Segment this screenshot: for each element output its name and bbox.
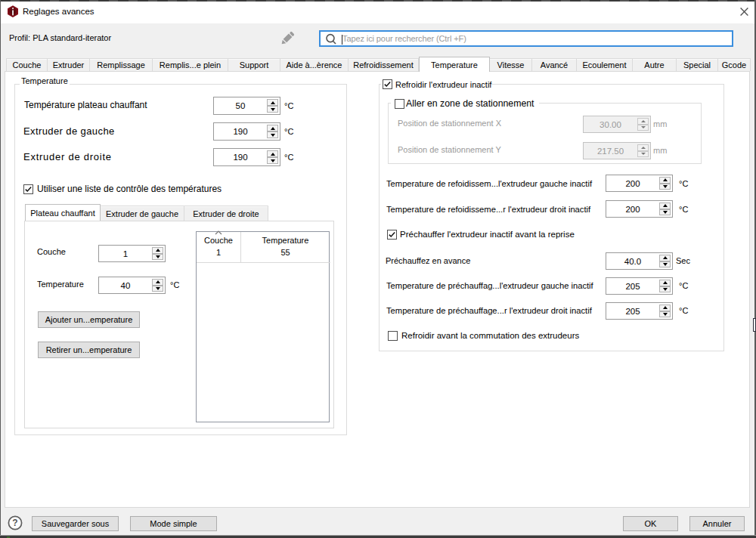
svg-text:?: ? [12,518,17,528]
